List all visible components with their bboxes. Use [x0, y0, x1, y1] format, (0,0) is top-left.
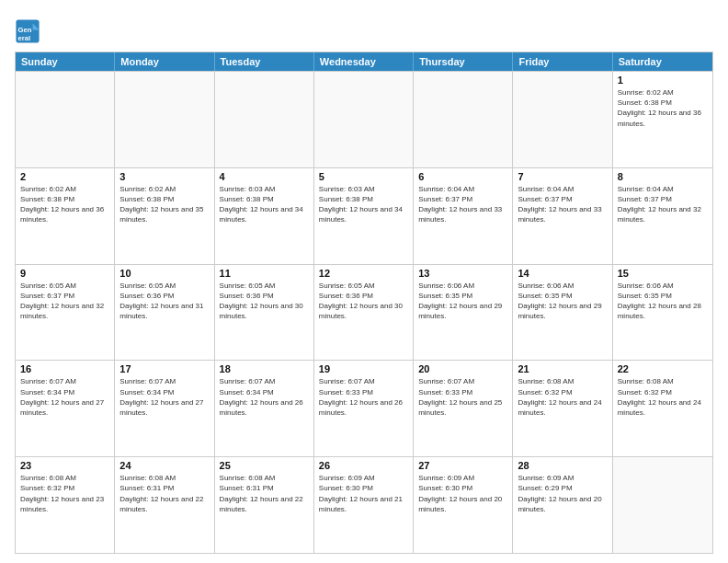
day-number: 1 [618, 75, 708, 86]
logo-icon: Gen eral [15, 18, 40, 44]
day-info: Sunrise: 6:04 AMSunset: 6:37 PMDaylight:… [418, 184, 507, 225]
week-row-2: 2Sunrise: 6:02 AMSunset: 6:38 PMDaylight… [16, 167, 712, 264]
day-number: 24 [119, 460, 209, 471]
day-number: 9 [20, 268, 109, 279]
calendar-header: SundayMondayTuesdayWednesdayThursdayFrid… [16, 52, 712, 71]
day-cell: 26Sunrise: 6:09 AMSunset: 6:30 PMDayligh… [314, 457, 414, 553]
day-info: Sunrise: 6:07 AMSunset: 6:33 PMDaylight:… [319, 376, 408, 418]
day-cell [16, 72, 115, 167]
day-cell: 4Sunrise: 6:03 AMSunset: 6:38 PMDaylight… [215, 168, 314, 264]
day-number: 3 [119, 171, 209, 182]
week-row-3: 9Sunrise: 6:05 AMSunset: 6:37 PMDaylight… [16, 264, 712, 361]
day-info: Sunrise: 6:09 AMSunset: 6:29 PMDaylight:… [518, 473, 607, 514]
page: Gen eral SundayMondayTuesdayWednesdayThu… [0, 0, 728, 563]
day-number: 8 [618, 171, 708, 182]
day-info: Sunrise: 6:08 AMSunset: 6:32 PMDaylight:… [618, 376, 708, 418]
day-number: 11 [220, 268, 309, 279]
day-cell: 11Sunrise: 6:05 AMSunset: 6:36 PMDayligh… [215, 265, 314, 361]
day-number: 19 [319, 363, 408, 374]
day-cell: 13Sunrise: 6:06 AMSunset: 6:35 PMDayligh… [414, 265, 513, 361]
col-header-thursday: Thursday [414, 52, 513, 71]
day-number: 15 [618, 268, 708, 279]
day-info: Sunrise: 6:09 AMSunset: 6:30 PMDaylight:… [418, 473, 507, 514]
day-number: 10 [119, 268, 209, 279]
day-number: 17 [119, 363, 209, 374]
day-cell: 27Sunrise: 6:09 AMSunset: 6:30 PMDayligh… [414, 457, 513, 553]
day-number: 14 [518, 268, 607, 279]
day-number: 27 [418, 460, 507, 471]
day-cell [314, 72, 414, 167]
day-info: Sunrise: 6:08 AMSunset: 6:31 PMDaylight:… [220, 473, 309, 514]
day-cell [414, 72, 513, 167]
day-cell: 22Sunrise: 6:08 AMSunset: 6:32 PMDayligh… [613, 361, 712, 456]
day-cell: 14Sunrise: 6:06 AMSunset: 6:35 PMDayligh… [513, 265, 612, 361]
day-cell [215, 72, 314, 167]
week-row-1: 1Sunrise: 6:02 AMSunset: 6:38 PMDaylight… [16, 71, 712, 167]
day-cell: 18Sunrise: 6:07 AMSunset: 6:34 PMDayligh… [215, 361, 314, 456]
day-number: 7 [518, 171, 607, 182]
day-number: 28 [518, 460, 607, 471]
day-info: Sunrise: 6:05 AMSunset: 6:37 PMDaylight:… [20, 281, 109, 322]
day-cell: 8Sunrise: 6:04 AMSunset: 6:37 PMDaylight… [613, 168, 712, 264]
day-number: 22 [618, 363, 708, 374]
day-info: Sunrise: 6:02 AMSunset: 6:38 PMDaylight:… [119, 184, 209, 225]
svg-text:Gen: Gen [18, 26, 32, 34]
day-info: Sunrise: 6:05 AMSunset: 6:36 PMDaylight:… [319, 281, 408, 322]
day-number: 20 [418, 363, 507, 374]
svg-text:eral: eral [18, 34, 31, 42]
calendar: SundayMondayTuesdayWednesdayThursdayFrid… [15, 52, 713, 554]
day-number: 21 [518, 363, 607, 374]
day-cell: 16Sunrise: 6:07 AMSunset: 6:34 PMDayligh… [16, 361, 115, 456]
day-info: Sunrise: 6:04 AMSunset: 6:37 PMDaylight:… [518, 184, 607, 225]
day-info: Sunrise: 6:07 AMSunset: 6:33 PMDaylight:… [418, 376, 507, 418]
day-cell: 5Sunrise: 6:03 AMSunset: 6:38 PMDaylight… [314, 168, 414, 264]
day-cell: 24Sunrise: 6:08 AMSunset: 6:31 PMDayligh… [115, 457, 214, 553]
day-cell: 3Sunrise: 6:02 AMSunset: 6:38 PMDaylight… [115, 168, 214, 264]
day-info: Sunrise: 6:02 AMSunset: 6:38 PMDaylight:… [20, 184, 109, 225]
day-cell: 9Sunrise: 6:05 AMSunset: 6:37 PMDaylight… [16, 265, 115, 361]
day-info: Sunrise: 6:02 AMSunset: 6:38 PMDaylight:… [618, 87, 708, 129]
day-cell: 6Sunrise: 6:04 AMSunset: 6:37 PMDaylight… [414, 168, 513, 264]
day-cell [115, 72, 214, 167]
week-row-5: 23Sunrise: 6:08 AMSunset: 6:32 PMDayligh… [16, 456, 712, 553]
day-cell: 7Sunrise: 6:04 AMSunset: 6:37 PMDaylight… [513, 168, 612, 264]
col-header-sunday: Sunday [16, 52, 115, 71]
day-cell: 15Sunrise: 6:06 AMSunset: 6:35 PMDayligh… [613, 265, 712, 361]
day-number: 23 [20, 460, 109, 471]
day-cell: 25Sunrise: 6:08 AMSunset: 6:31 PMDayligh… [215, 457, 314, 553]
day-cell: 2Sunrise: 6:02 AMSunset: 6:38 PMDaylight… [16, 168, 115, 264]
day-number: 6 [418, 171, 507, 182]
day-cell: 28Sunrise: 6:09 AMSunset: 6:29 PMDayligh… [513, 457, 612, 553]
col-header-friday: Friday [513, 52, 612, 71]
day-info: Sunrise: 6:06 AMSunset: 6:35 PMDaylight:… [518, 281, 607, 322]
day-number: 2 [20, 171, 109, 182]
day-cell: 10Sunrise: 6:05 AMSunset: 6:36 PMDayligh… [115, 265, 214, 361]
day-info: Sunrise: 6:06 AMSunset: 6:35 PMDaylight:… [618, 281, 708, 322]
day-info: Sunrise: 6:07 AMSunset: 6:34 PMDaylight:… [220, 376, 309, 418]
day-info: Sunrise: 6:07 AMSunset: 6:34 PMDaylight:… [20, 376, 109, 418]
week-row-4: 16Sunrise: 6:07 AMSunset: 6:34 PMDayligh… [16, 360, 712, 456]
logo: Gen eral [15, 18, 42, 44]
day-number: 4 [220, 171, 309, 182]
day-info: Sunrise: 6:08 AMSunset: 6:32 PMDaylight:… [20, 473, 109, 514]
day-cell: 23Sunrise: 6:08 AMSunset: 6:32 PMDayligh… [16, 457, 115, 553]
day-cell: 20Sunrise: 6:07 AMSunset: 6:33 PMDayligh… [414, 361, 513, 456]
day-info: Sunrise: 6:04 AMSunset: 6:37 PMDaylight:… [618, 184, 708, 225]
day-number: 16 [20, 363, 109, 374]
day-cell [513, 72, 612, 167]
col-header-wednesday: Wednesday [314, 52, 414, 71]
day-info: Sunrise: 6:08 AMSunset: 6:31 PMDaylight:… [119, 473, 209, 514]
day-info: Sunrise: 6:09 AMSunset: 6:30 PMDaylight:… [319, 473, 408, 514]
day-info: Sunrise: 6:03 AMSunset: 6:38 PMDaylight:… [319, 184, 408, 225]
day-cell: 19Sunrise: 6:07 AMSunset: 6:33 PMDayligh… [314, 361, 414, 456]
day-number: 26 [319, 460, 408, 471]
col-header-tuesday: Tuesday [215, 52, 314, 71]
day-info: Sunrise: 6:05 AMSunset: 6:36 PMDaylight:… [220, 281, 309, 322]
day-cell: 12Sunrise: 6:05 AMSunset: 6:36 PMDayligh… [314, 265, 414, 361]
day-number: 13 [418, 268, 507, 279]
day-number: 18 [220, 363, 309, 374]
calendar-body: 1Sunrise: 6:02 AMSunset: 6:38 PMDaylight… [16, 71, 712, 553]
day-number: 12 [319, 268, 408, 279]
day-info: Sunrise: 6:05 AMSunset: 6:36 PMDaylight:… [119, 281, 209, 322]
day-info: Sunrise: 6:03 AMSunset: 6:38 PMDaylight:… [220, 184, 309, 225]
